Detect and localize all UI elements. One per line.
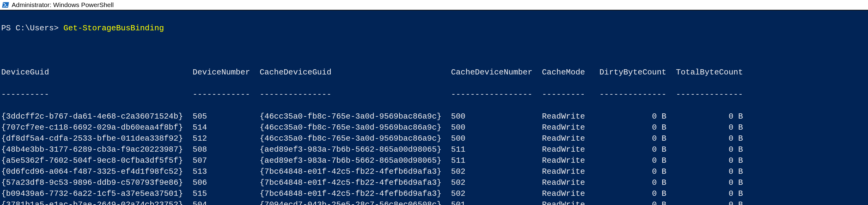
table-row: {48b4e3bb-3177-6289-cb3a-f9ac20223987} 5… (1, 144, 867, 155)
col-header-cachedevicenumber: CacheDeviceNumber (451, 67, 537, 78)
table-row: {b09439a6-7732-6a22-1cf5-a37e5ea37501} 5… (1, 188, 867, 199)
header-row: DeviceGuid DeviceNumber CacheDeviceGuid … (1, 67, 867, 78)
cell-cachemode: ReadWrite (542, 111, 590, 122)
cell-dirtybytecount: 0 B (595, 111, 666, 122)
sep-cachedevicenumber: ----------------- (451, 89, 537, 100)
cell-devicenumber: 512 (193, 133, 255, 144)
cell-deviceguid: {0d6fcd96-a064-f487-3325-ef4d1f98fc52} (1, 166, 188, 177)
cell-totalbytecount: 0 B (671, 155, 743, 166)
cell-cachedeviceguid: {46cc35a0-fb8c-765e-3a0d-9569bac86a9c} (260, 133, 446, 144)
cell-deviceguid: {3781b1a5-e1ac-b7ae-2649-02a74cb23752} (1, 199, 188, 205)
cell-cachemode: ReadWrite (542, 166, 590, 177)
cell-cachedevicenumber: 500 (451, 111, 537, 122)
cell-cachedeviceguid: {7bc64848-e01f-42c5-fb22-4fefb6d9afa3} (260, 166, 446, 177)
cell-devicenumber: 515 (193, 188, 255, 199)
prompt-command: Get-StorageBusBinding (63, 24, 164, 33)
cell-totalbytecount: 0 B (671, 144, 743, 155)
table-row: {707cf7ee-c118-6692-029a-db60eaa4f8bf} 5… (1, 122, 867, 133)
cell-cachemode: ReadWrite (542, 199, 590, 205)
cell-cachedeviceguid: {7bc64848-e01f-42c5-fb22-4fefb6d9afa3} (260, 188, 446, 199)
col-header-deviceguid: DeviceGuid (1, 67, 188, 78)
cell-dirtybytecount: 0 B (595, 188, 666, 199)
cell-totalbytecount: 0 B (671, 122, 743, 133)
cell-cachedeviceguid: {46cc35a0-fb8c-765e-3a0d-9569bac86a9c} (260, 122, 446, 133)
cell-devicenumber: 506 (193, 177, 255, 188)
cell-totalbytecount: 0 B (671, 177, 743, 188)
cell-totalbytecount: 0 B (671, 133, 743, 144)
cell-totalbytecount: 0 B (671, 111, 743, 122)
cell-dirtybytecount: 0 B (595, 133, 666, 144)
cell-cachemode: ReadWrite (542, 133, 590, 144)
cell-dirtybytecount: 0 B (595, 177, 666, 188)
cell-cachedeviceguid: {46cc35a0-fb8c-765e-3a0d-9569bac86a9c} (260, 111, 446, 122)
col-header-cachemode: CacheMode (542, 67, 590, 78)
prompt-prefix: PS C:\Users> (1, 24, 63, 33)
cell-deviceguid: {707cf7ee-c118-6692-029a-db60eaa4f8bf} (1, 122, 188, 133)
cell-cachedeviceguid: {7094ecd7-043b-25e5-28c7-56c8ec06508c} (260, 199, 446, 205)
cell-deviceguid: {df8df5a4-cdfa-2533-bfbe-011dea338f92} (1, 133, 188, 144)
cell-cachedevicenumber: 500 (451, 133, 537, 144)
sep-devicenumber: ------------ (193, 89, 255, 100)
cell-dirtybytecount: 0 B (595, 122, 666, 133)
cell-cachedevicenumber: 511 (451, 155, 537, 166)
cell-devicenumber: 504 (193, 199, 255, 205)
window-title: Administrator: Windows PowerShell (12, 1, 114, 8)
cell-cachedeviceguid: {aed89ef3-983a-7b6b-5662-865a00d98065} (260, 144, 446, 155)
sep-deviceguid: ---------- (1, 89, 188, 100)
cell-cachedevicenumber: 500 (451, 122, 537, 133)
col-header-totalbytecount: TotalByteCount (671, 67, 743, 78)
table-row: {3ddcff2c-b767-da61-4e68-c2a36071524b} 5… (1, 111, 867, 122)
cell-devicenumber: 508 (193, 144, 255, 155)
col-header-dirtybytecount: DirtyByteCount (595, 67, 666, 78)
cell-devicenumber: 507 (193, 155, 255, 166)
blank-line (1, 45, 867, 56)
cell-devicenumber: 505 (193, 111, 255, 122)
cell-deviceguid: {3ddcff2c-b767-da61-4e68-c2a36071524b} (1, 111, 188, 122)
sep-cachemode: --------- (542, 89, 590, 100)
cell-cachemode: ReadWrite (542, 177, 590, 188)
sep-totalbytecount: -------------- (671, 89, 743, 100)
cell-cachedevicenumber: 502 (451, 177, 537, 188)
prompt-line: PS C:\Users> Get-StorageBusBinding (1, 23, 867, 34)
cell-deviceguid: {a5e5362f-7602-504f-9ec8-0cfba3df5f5f} (1, 155, 188, 166)
table-row: {df8df5a4-cdfa-2533-bfbe-011dea338f92} 5… (1, 133, 867, 144)
cell-cachemode: ReadWrite (542, 144, 590, 155)
table-row: {57a23df8-9c53-9896-ddb9-c570793f9e86} 5… (1, 177, 867, 188)
cell-deviceguid: {57a23df8-9c53-9896-ddb9-c570793f9e86} (1, 177, 188, 188)
cell-cachedevicenumber: 511 (451, 144, 537, 155)
col-header-cachedeviceguid: CacheDeviceGuid (260, 67, 446, 78)
cell-dirtybytecount: 0 B (595, 199, 666, 205)
cell-cachedeviceguid: {aed89ef3-983a-7b6b-5662-865a00d98065} (260, 155, 446, 166)
window-titlebar[interactable]: Administrator: Windows PowerShell (0, 0, 868, 10)
cell-dirtybytecount: 0 B (595, 166, 666, 177)
cell-devicenumber: 513 (193, 166, 255, 177)
cell-totalbytecount: 0 B (671, 199, 743, 205)
sep-cachedeviceguid: --------------- (260, 89, 446, 100)
cell-deviceguid: {b09439a6-7732-6a22-1cf5-a37e5ea37501} (1, 188, 188, 199)
cell-deviceguid: {48b4e3bb-3177-6289-cb3a-f9ac20223987} (1, 144, 188, 155)
cell-totalbytecount: 0 B (671, 166, 743, 177)
table-row: {a5e5362f-7602-504f-9ec8-0cfba3df5f5f} 5… (1, 155, 867, 166)
cell-cachedevicenumber: 502 (451, 188, 537, 199)
cell-cachemode: ReadWrite (542, 155, 590, 166)
sep-dirtybytecount: -------------- (595, 89, 666, 100)
cell-cachedeviceguid: {7bc64848-e01f-42c5-fb22-4fefb6d9afa3} (260, 177, 446, 188)
table-row: {3781b1a5-e1ac-b7ae-2649-02a74cb23752} 5… (1, 199, 867, 205)
cell-totalbytecount: 0 B (671, 188, 743, 199)
separator-row: ---------- ------------ --------------- … (1, 89, 867, 100)
cell-dirtybytecount: 0 B (595, 144, 666, 155)
cell-dirtybytecount: 0 B (595, 155, 666, 166)
cell-cachedevicenumber: 501 (451, 199, 537, 205)
powershell-icon (2, 2, 9, 8)
table-rows-container: {3ddcff2c-b767-da61-4e68-c2a36071524b} 5… (1, 111, 867, 205)
cell-cachemode: ReadWrite (542, 188, 590, 199)
cell-cachemode: ReadWrite (542, 122, 590, 133)
col-header-devicenumber: DeviceNumber (193, 67, 255, 78)
cell-cachedevicenumber: 502 (451, 166, 537, 177)
terminal-body[interactable]: PS C:\Users> Get-StorageBusBinding Devic… (0, 10, 868, 205)
table-row: {0d6fcd96-a064-f487-3325-ef4d1f98fc52} 5… (1, 166, 867, 177)
cell-devicenumber: 514 (193, 122, 255, 133)
